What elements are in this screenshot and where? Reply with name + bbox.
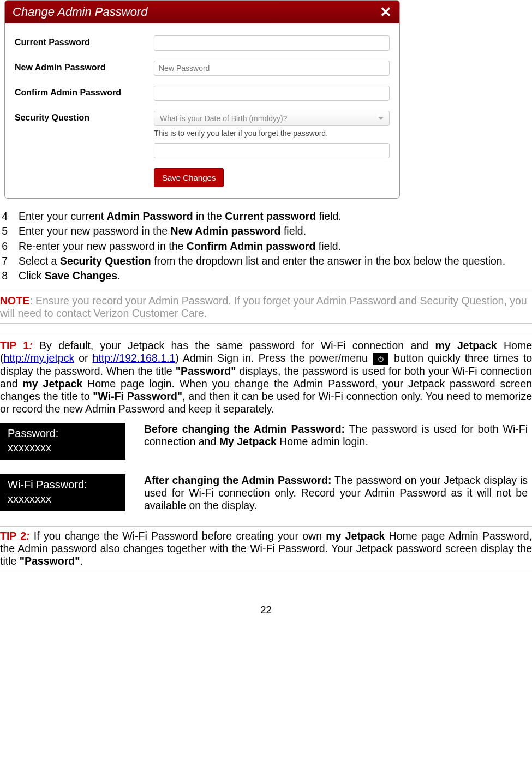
instruction-steps: 4 Enter your current Admin Password in t… [0, 210, 532, 283]
confirm-admin-password-label: Confirm Admin Password [15, 86, 154, 98]
badge-after-line1: Wi-Fi Password: [8, 477, 118, 492]
link-ip[interactable]: http://192.168.1.1 [93, 352, 176, 364]
confirm-admin-password-input[interactable] [154, 86, 390, 101]
note-block: NOTE: Ensure you record your Admin Passw… [0, 295, 532, 320]
badge-before-line2: xxxxxxxx [8, 440, 118, 455]
badge-after-line2: xxxxxxxx [8, 492, 118, 506]
close-icon[interactable]: ✕ [380, 5, 392, 19]
badge-before-desc: Before changing the Admin Password: The … [125, 423, 532, 448]
separator [0, 323, 532, 324]
separator [0, 526, 532, 527]
security-question-help: This is to verify you later if you forge… [154, 129, 390, 138]
security-question-selected: What is your Date of Birth (mmddyy)? [160, 114, 287, 123]
current-password-input[interactable] [154, 35, 390, 51]
dialog-title: Change Admin Password [13, 5, 147, 19]
tip-1: TIP 1: By default, your Jetpack has the … [0, 339, 532, 415]
dialog-header: Change Admin Password ✕ [5, 1, 399, 23]
new-admin-password-input[interactable] [154, 61, 390, 76]
separator [0, 336, 532, 336]
separator [0, 571, 532, 571]
note-text: : Ensure you record your Admin Password.… [0, 295, 527, 319]
separator [0, 291, 532, 291]
step-5: 5 Enter your new password in the New Adm… [0, 224, 532, 238]
badge-after-row: Wi-Fi Password: xxxxxxxx After changing … [0, 474, 532, 512]
dialog-body: Current Password New Admin Password Conf… [5, 23, 399, 198]
password-badges: Password: xxxxxxxx Before changing the A… [0, 423, 532, 512]
note-label: NOTE [0, 295, 29, 307]
page-number: 22 [0, 604, 532, 616]
security-answer-input[interactable] [154, 143, 390, 158]
step-7: 7 Select a Security Question from the dr… [0, 254, 532, 268]
security-question-label: Security Question [15, 111, 154, 123]
power-icon [373, 353, 388, 365]
badge-after: Wi-Fi Password: xxxxxxxx [0, 474, 125, 511]
current-password-label: Current Password [15, 35, 154, 47]
step-4: 4 Enter your current Admin Password in t… [0, 210, 532, 223]
new-admin-password-label: New Admin Password [15, 61, 154, 73]
badge-before-row: Password: xxxxxxxx Before changing the A… [0, 423, 532, 460]
badge-after-desc: After changing the Admin Password: The p… [125, 474, 532, 512]
save-changes-button[interactable]: Save Changes [154, 168, 224, 187]
step-6: 6 Re-enter your new password in the Conf… [0, 240, 532, 253]
link-my-jetpack[interactable]: http://my.jetpck [4, 352, 75, 364]
change-admin-password-dialog: Change Admin Password ✕ Current Password… [4, 0, 400, 199]
badge-before-line1: Password: [8, 426, 118, 440]
tip-2: TIP 2: If you change the Wi-Fi Password … [0, 530, 532, 567]
chevron-down-icon [378, 117, 384, 120]
badge-before: Password: xxxxxxxx [0, 423, 125, 460]
security-question-select[interactable]: What is your Date of Birth (mmddyy)? [154, 111, 390, 126]
step-8: 8 Click Save Changes. [0, 269, 532, 283]
